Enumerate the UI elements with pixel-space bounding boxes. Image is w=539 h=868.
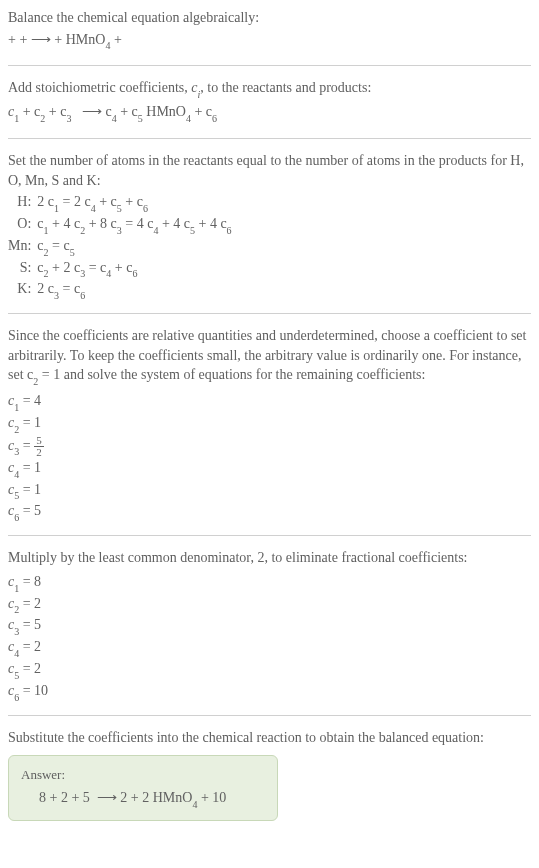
section-answer: Substitute the coefficients into the che… (8, 728, 531, 834)
table-row: S: c2 + 2 c3 = c4 + c6 (8, 258, 232, 280)
list-item: c6 = 10 (8, 681, 531, 703)
balanced-equation: 8 + 2 + 5 ⟶ 2 + 2 HMnO4 + 10 (21, 788, 265, 810)
table-row: Mn: c2 = c5 (8, 236, 232, 258)
table-row: H: 2 c1 = 2 c4 + c5 + c6 (8, 192, 232, 214)
section-add-coefficients: Add stoichiometric coefficients, ci, to … (8, 78, 531, 138)
coeff-equation: c1 + c2 + c3 ⟶ c4 + c5 HMnO4 + c6 (8, 102, 531, 124)
table-row: K: 2 c3 = c6 (8, 279, 232, 301)
balance-title: Balance the chemical equation algebraica… (8, 8, 531, 28)
divider (8, 65, 531, 66)
initial-solution-intro: Since the coefficients are relative quan… (8, 326, 531, 387)
atom-label-mn: Mn: (8, 236, 37, 258)
arrow-icon: ⟶ (97, 789, 117, 805)
answer-label: Answer: (21, 766, 265, 784)
list-item: c1 = 8 (8, 572, 531, 594)
initial-solution-list: c1 = 4 c2 = 1 c3 = 52 c4 = 1 c5 = 1 c6 =… (8, 391, 531, 523)
final-solution-list: c1 = 8 c2 = 2 c3 = 5 c4 = 2 c5 = 2 c6 = … (8, 572, 531, 703)
list-item: c4 = 2 (8, 637, 531, 659)
divider (8, 535, 531, 536)
section-final-solution: Multiply by the least common denominator… (8, 548, 531, 714)
products-pre: + HMnO (54, 32, 105, 47)
list-item: c5 = 1 (8, 480, 531, 502)
divider (8, 715, 531, 716)
list-item: c4 = 1 (8, 458, 531, 480)
products-post: + (110, 32, 121, 47)
list-item: c2 = 1 (8, 413, 531, 435)
arrow-icon: ⟶ (31, 31, 51, 47)
atom-label-h: H: (8, 192, 37, 214)
atom-eq-h: 2 c1 = 2 c4 + c5 + c6 (37, 192, 231, 214)
list-item: c1 = 4 (8, 391, 531, 413)
section-atom-equations: Set the number of atoms in the reactants… (8, 151, 531, 313)
answer-intro: Substitute the coefficients into the che… (8, 728, 531, 748)
atom-eq-intro: Set the number of atoms in the reactants… (8, 151, 531, 190)
list-item: c5 = 2 (8, 659, 531, 681)
section-initial-solution: Since the coefficients are relative quan… (8, 326, 531, 535)
atom-eq-o: c1 + 4 c2 + 8 c3 = 4 c4 + 4 c5 + 4 c6 (37, 214, 231, 236)
fraction: 52 (34, 435, 44, 458)
answer-box: Answer: 8 + 2 + 5 ⟶ 2 + 2 HMnO4 + 10 (8, 755, 278, 821)
atom-eq-k: 2 c3 = c6 (37, 279, 231, 301)
final-solution-intro: Multiply by the least common denominator… (8, 548, 531, 568)
list-item: c3 = 5 (8, 615, 531, 637)
add-coeff-text: Add stoichiometric coefficients, ci, to … (8, 78, 531, 100)
unbalanced-equation: + + ⟶ + HMnO4 + (8, 30, 531, 52)
atom-eq-s: c2 + 2 c3 = c4 + c6 (37, 258, 231, 280)
list-item: c3 = 52 (8, 435, 531, 458)
reactants-blank: + + (8, 32, 31, 47)
atom-eq-mn: c2 = c5 (37, 236, 231, 258)
table-row: O: c1 + 4 c2 + 8 c3 = 4 c4 + 4 c5 + 4 c6 (8, 214, 232, 236)
divider (8, 138, 531, 139)
atom-label-k: K: (8, 279, 37, 301)
list-item: c6 = 5 (8, 501, 531, 523)
subscript-4: 4 (105, 40, 110, 51)
atom-equation-table: H: 2 c1 = 2 c4 + c5 + c6 O: c1 + 4 c2 + … (8, 192, 232, 301)
divider (8, 313, 531, 314)
atom-label-o: O: (8, 214, 37, 236)
section-balance-header: Balance the chemical equation algebraica… (8, 8, 531, 65)
list-item: c2 = 2 (8, 594, 531, 616)
atom-label-s: S: (8, 258, 37, 280)
arrow-icon: ⟶ (82, 103, 102, 119)
